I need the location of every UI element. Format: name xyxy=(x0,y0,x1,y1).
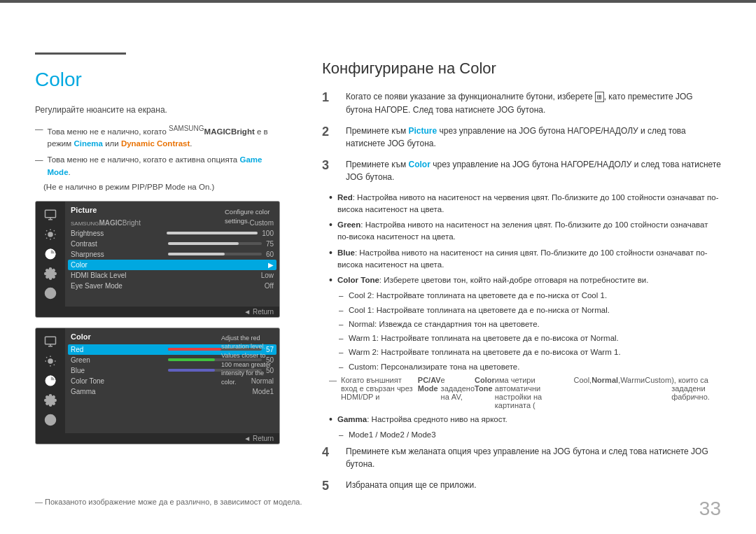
step-1: 1 Когато се появи указание за функционал… xyxy=(322,90,721,116)
sub-bullets-gamma: – Mode1 / Mode2 / Mode3 xyxy=(329,429,721,441)
svg-line-10 xyxy=(46,238,47,239)
sub-warm2: – Warm 2: Настройвате топлината на цвето… xyxy=(339,346,721,358)
svg-rect-0 xyxy=(46,210,56,218)
sub-modes: – Mode1 / Mode2 / Mode3 xyxy=(339,429,721,441)
sidebar-icon-brightness xyxy=(41,227,60,242)
sidebar-icon-brightness-2 xyxy=(41,353,60,369)
sub-custom: – Custom: Персонализирате тона на цветов… xyxy=(339,361,721,373)
right-title: Конфигуриране на Color xyxy=(322,59,721,78)
bullet-blue: • Blue: Настройва нивото на наситеност н… xyxy=(329,247,721,272)
intro-text: Регулирайте нюансите на екрана. xyxy=(35,105,280,115)
monitor-sidebar-2 xyxy=(36,328,65,433)
menu-row-contrast: Contrast 75 xyxy=(71,239,274,249)
return-bar-2: ◄ Return xyxy=(36,433,279,444)
monitor-content-2: Color Red 57 Green 50 Blue 50 xyxy=(65,328,279,433)
sidebar-icon-color xyxy=(41,246,60,262)
bullet-section: • Red: Настройва нивото на наситеност на… xyxy=(322,192,721,442)
hdmidp-note: Когато външният вход е свързан чрез HDMI… xyxy=(329,376,721,409)
configure-note: Configure color settings. xyxy=(225,207,274,226)
menu-row-hdmi: HDMI Black Level Low xyxy=(71,270,274,281)
step-4: 4 Преминете към желаната опция чрез упра… xyxy=(322,445,721,470)
adjust-note: Adjust the red saturation level. Values … xyxy=(221,334,274,387)
bullet-colortone: • Color Tone: Изберете цветови тон, койт… xyxy=(329,274,721,286)
section-divider xyxy=(35,52,126,55)
monitor-screenshot-1: Picture SAMSUNGMAGICBright Custom Bright… xyxy=(35,201,280,318)
note-1: Това меню не е налично, когато SAMSUNGMA… xyxy=(35,123,280,150)
monitor-content-1: Picture SAMSUNGMAGICBright Custom Bright… xyxy=(65,202,279,307)
bullet-gamma: • Gamma: Настройва средното ниво на ярко… xyxy=(329,414,721,426)
svg-line-23 xyxy=(46,357,47,358)
sub-cool1: – Cool 1: Настройвате топлината на цвето… xyxy=(339,304,721,316)
menu-row-brightness: Brightness 100 xyxy=(71,228,274,239)
menu-row-gamma: Gamma Mode1 xyxy=(71,386,274,397)
return-bar-1: ◄ Return xyxy=(36,307,279,317)
bullet-red: • Red: Настройва нивото на наситеност на… xyxy=(329,192,721,216)
footer-note: Показаното изображение може да е различн… xyxy=(35,498,302,506)
page-number: 33 xyxy=(699,498,721,520)
sidebar-icon-info xyxy=(41,286,60,301)
menu-row-eyesaver: Eye Saver Mode Off xyxy=(71,281,274,291)
svg-line-7 xyxy=(54,238,55,239)
sharpness-slider xyxy=(168,253,261,255)
brightness-slider xyxy=(167,232,258,234)
step-2: 2 Преминете към Picture чрез управление … xyxy=(322,125,721,150)
sidebar-icon-info-2 xyxy=(41,412,60,428)
sidebar-icon-monitor xyxy=(41,207,60,223)
sidebar-icon-settings-2 xyxy=(41,393,60,408)
monitor-sidebar-1 xyxy=(36,202,65,307)
menu-row-sharpness: Sharpness 60 xyxy=(71,249,274,260)
sub-warm1: – Warm 1: Настройвате топлината на цвето… xyxy=(339,332,721,344)
sub-normal: – Normal: Извежда се стандартния тон на … xyxy=(339,318,721,330)
step-5: 5 Избраната опция ще се приложи. xyxy=(322,479,721,494)
sub-bullets-colortone: – Cool 2: Настройвате топлината на цвето… xyxy=(329,290,721,373)
left-panel: Color Регулирайте нюансите на екрана. То… xyxy=(35,28,301,506)
note-2: Това меню не е налично, когато е активна… xyxy=(35,154,280,178)
step-3: 3 Преминете към Color чрез управление на… xyxy=(322,158,721,183)
sidebar-icon-settings xyxy=(41,266,60,281)
sidebar-icon-color-2 xyxy=(41,373,60,388)
contrast-slider xyxy=(168,242,261,245)
bullet-green: • Green: Настройва нивото на наситеност … xyxy=(329,219,721,244)
svg-line-6 xyxy=(46,230,47,231)
svg-line-11 xyxy=(54,230,55,231)
note-3: (Не е налично в режим PIP/PBP Mode на On… xyxy=(43,183,280,191)
right-panel: Конфигуриране на Color 1 Когато се появи… xyxy=(301,28,721,506)
menu-row-color-active: Color ▶ xyxy=(68,260,276,270)
svg-point-20 xyxy=(48,359,52,363)
sidebar-icon-monitor-2 xyxy=(41,334,60,349)
svg-line-24 xyxy=(54,365,55,365)
left-title: Color xyxy=(35,69,280,91)
svg-point-3 xyxy=(48,232,52,237)
monitor-screenshot-2: Color Red 57 Green 50 Blue 50 xyxy=(35,328,280,444)
sub-cool2: – Cool 2: Настройвате топлината на цвето… xyxy=(339,290,721,302)
svg-rect-17 xyxy=(46,337,56,344)
